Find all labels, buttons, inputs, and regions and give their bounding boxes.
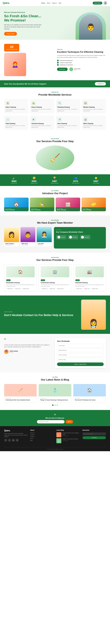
best-card-title-3: Industrial Cleaning — [75, 282, 104, 284]
portfolio-card-2[interactable]: 🏡 Pool Cleaning Indoor Cleaning — [30, 198, 54, 211]
portfolio-card-3[interactable]: 🪟 Van Cleaning Mirror Cleaning — [56, 198, 80, 211]
team-members-area: 👩 Sarah Johnson Cleaning Expert 👨 Mike D… — [4, 227, 52, 248]
nav-home[interactable]: Home — [41, 2, 45, 4]
blog-card-3[interactable]: 🏠 10 Mar, 2024 The Secret Of Cleaning Yo… — [73, 384, 106, 402]
support-banner: Have You Any Question We Are 24 Hours Su… — [0, 80, 110, 87]
service-icon-3: 🔧 — [57, 101, 62, 105]
help-icon: ✦ — [4, 413, 106, 416]
hero-image: 👨 — [76, 12, 106, 40]
social-twitter[interactable]: t — [8, 439, 11, 442]
client-logo-icon-3 — [81, 236, 84, 238]
client-logo-icon-1 — [58, 236, 60, 238]
blog-card-2[interactable]: 🧴 18 Feb, 2024 Things To Know Choosing A… — [39, 384, 71, 402]
quote-person-name: Smith Ventuta — [10, 350, 18, 352]
team-img-1: 👩 — [4, 227, 19, 242]
stat-label-2: Happy Clients — [31, 182, 37, 184]
best-badge-1: 89% — [6, 279, 11, 281]
best-cards: 🏠 89% Residential Cleaning Lorem ipsum d… — [4, 264, 106, 291]
footer-link-3[interactable]: Portfolio — [30, 436, 54, 437]
client-box: Our Client Our Company Worldwide Client … — [54, 227, 106, 248]
estimate-name-input[interactable] — [57, 344, 104, 348]
pagination-dot-3[interactable] — [57, 404, 58, 406]
best-feature-2-1: ✓ Feature One — [41, 288, 47, 289]
about-readmore-button[interactable]: Read More — [57, 68, 68, 71]
estimate-submit-button[interactable]: Make An Appointment — [57, 362, 104, 366]
about-photo: 👩‍🦰 — [4, 53, 26, 76]
support-cta-button[interactable]: Contact Us — [95, 82, 106, 86]
stat-number-5: 8497 — [93, 180, 99, 182]
navbar-links: Home About Pages ▾ Blog — [41, 2, 61, 4]
team-content: 👩 Sarah Johnson Cleaning Expert 👨 Mike D… — [4, 227, 106, 248]
about-checklist: ✓Professional Equipment ✓Trained & Vette… — [57, 60, 106, 66]
services-label: What We Do — [4, 92, 106, 93]
service-icon-7: 🚿 — [57, 117, 62, 122]
blog-pagination — [4, 404, 106, 406]
check-icon-1: ✓ — [57, 60, 59, 61]
social-linkedin[interactable]: li — [16, 439, 19, 442]
nav-about[interactable]: About — [47, 2, 50, 4]
stat-label-4: Team Members — [72, 182, 79, 184]
blog-date-2: 18 Feb, 2024 — [40, 398, 70, 399]
footer-newsletter-input[interactable] — [82, 432, 106, 435]
contact-image: 👩‍⚕️ — [81, 300, 106, 330]
nav-pages[interactable]: Pages ▾ — [52, 2, 57, 4]
best-label: How We Best — [4, 257, 106, 258]
footer-blog-title-2: Things To Know About Cleaning — [63, 438, 78, 440]
best-badge-2: 96% — [41, 279, 45, 281]
nav-blog[interactable]: Blog — [59, 2, 61, 4]
portfolio-card-4[interactable]: 🧽 Pool Cleaning Floor Cleaning — [82, 198, 106, 211]
services-grid-row2: 🚽 Toilet Cleaning Lorem ipsum dolor sit … — [4, 116, 106, 130]
pagination-dot-2[interactable] — [54, 404, 56, 406]
hero-cta-button[interactable]: Contact Now — [4, 32, 17, 36]
help-email-input[interactable] — [37, 420, 65, 424]
team-name-2: Mike Davis — [22, 243, 34, 244]
portfolio-title: Introduce Our Project — [4, 192, 106, 195]
footer-link-5[interactable]: Blog — [30, 440, 54, 441]
best-card-3: 🏭 89% Industrial Cleaning Lorem ipsum do… — [73, 264, 106, 291]
best-img-3: 🏭 — [75, 266, 104, 277]
pagination-dot-1[interactable] — [52, 404, 53, 406]
estimate-service-input[interactable] — [57, 358, 104, 361]
social-instagram[interactable]: in — [12, 439, 15, 442]
stat-5: ⭐ 8497 5 Star Rating — [93, 176, 99, 184]
best-feature-3-2: ✓ Feature Two — [83, 288, 90, 289]
navbar-avatar: 👤 — [103, 1, 107, 5]
badge-subtitle: Years Of Experience — [6, 49, 17, 50]
portfolio-name-2: Indoor Cleaning — [31, 209, 53, 210]
estimate-email-input[interactable] — [57, 348, 104, 352]
portfolio-tag-4: Pool Cleaning — [83, 208, 105, 209]
stat-number-3: 5487 — [51, 180, 58, 182]
blog-img-3: 🏠 — [73, 384, 106, 396]
services-grid-row1: 🏠 Indoor Cleaning Lorem ipsum dolor sit … — [4, 99, 106, 114]
footer-link-2[interactable]: Services — [30, 434, 54, 436]
team-card-2: 👨 Mike Davis Team Leader — [21, 227, 35, 246]
stat-number-2: 5593 — [31, 180, 37, 182]
service-card-2: 🏡 House Cleaning Lorem ipsum dolor sit a… — [30, 99, 54, 114]
client-logo-3: SparkleX — [80, 235, 90, 239]
nav-cta-button[interactable]: Book Now — [93, 2, 102, 4]
footer-link-4[interactable]: Team — [30, 438, 54, 439]
footer-newsletter-button[interactable]: Subscribe — [82, 436, 106, 439]
contact-text: Need Any Help Don't Hesitate Contact Us … — [4, 311, 77, 318]
stat-icon-2: 😊 — [31, 176, 37, 180]
portfolio-card-1[interactable]: 🏠 Pool Cleaning House Cleaning — [4, 198, 29, 211]
footer-social: f t in li — [4, 439, 28, 442]
footer-bottom: © 2024 Qatre. All Rights Reserved. — [4, 447, 106, 450]
service-icon-6: ⚗️ — [31, 117, 36, 122]
estimate-phone-input[interactable] — [57, 353, 104, 357]
team-info-1: Sarah Johnson Cleaning Expert — [4, 242, 19, 246]
help-send-button[interactable]: Send — [66, 420, 73, 424]
footer-link-1[interactable]: About Us — [30, 432, 54, 434]
service-icon-1: 🏠 — [6, 101, 10, 105]
blog-card-1[interactable]: 🧹 25 Jan, 2024 Professional After Virus … — [4, 384, 37, 402]
social-facebook[interactable]: f — [4, 439, 7, 442]
team-title: We Have Expert Team Member — [4, 222, 106, 224]
about-section: 20 Years Of Experience 👩‍🦰 About Us Exce… — [0, 40, 110, 80]
best-img-1: 🏠 — [6, 266, 35, 277]
service-icon-2: 🏡 — [31, 101, 36, 105]
team-members-row: 👩 Sarah Johnson Cleaning Expert 👨 Mike D… — [4, 227, 52, 246]
hero-description: We help you to maintain your home looks … — [4, 24, 43, 30]
portfolio-tag-3: Van Cleaning — [57, 208, 79, 209]
check-1: ✓Professional Equipment — [57, 60, 106, 61]
portfolio-name-3: Mirror Cleaning — [57, 209, 79, 210]
